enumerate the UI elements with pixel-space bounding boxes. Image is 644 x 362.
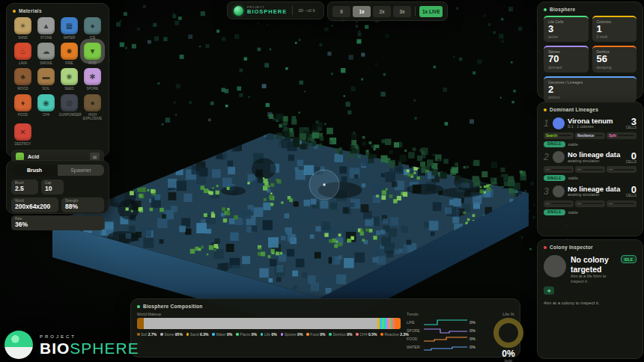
trends-title: Trends — [407, 312, 487, 316]
lineage-entry[interactable]: 3 No lineage data awaiting simulation 0 … — [538, 182, 643, 217]
material-wood-button[interactable]: ♣ WOOD — [11, 68, 34, 90]
speed-button[interactable]: 1x — [353, 6, 371, 17]
material-label: WATER — [64, 36, 76, 40]
stat-card-value: 70 — [548, 54, 584, 64]
speed-button[interactable]: 3x — [393, 6, 411, 17]
colony-inspector-panel: Colony Inspector No colony targeted Aim … — [537, 239, 643, 359]
biosphere-logo-icon — [4, 331, 33, 359]
speed-button[interactable]: 2x — [373, 6, 391, 17]
divider — [415, 7, 416, 16]
legend-label: Spores — [285, 332, 297, 337]
legend-label: Soil — [141, 332, 147, 337]
material-smoke-button[interactable]: ☁ SMOKE — [34, 43, 58, 65]
lineage-stat-label: — — [609, 168, 613, 171]
seed-leaf-icon: ❀ — [66, 73, 72, 81]
tool-tabs: BrushSpawner — [11, 165, 104, 176]
lineage-stat-label: — — [546, 168, 550, 171]
legend-item: Water 0% — [212, 332, 232, 337]
lineage-cells-label: CELLS — [626, 194, 637, 198]
material-label: HIGH EXPLOSIVE — [82, 113, 103, 120]
legend-item: Soil 2.7% — [137, 332, 157, 337]
lineage-stat-label: Search — [546, 134, 557, 138]
material-seed-button[interactable]: ❀ SEED — [58, 68, 81, 90]
stat-card-value: 2 — [548, 85, 632, 95]
material-label: FIRE — [65, 61, 73, 65]
version-label: 3D - v0.9 — [298, 8, 315, 13]
material-sand-button[interactable]: ✳ SAND — [11, 17, 34, 40]
legend-label: CH4 — [359, 332, 367, 337]
brand-pill: PROJECT BIOSPHERE 3D - v0.9 — [227, 1, 324, 19]
lineage-stat-label: Resilience — [577, 134, 594, 138]
legend-dot-icon — [160, 333, 163, 336]
lineage-stat-label: Split — [609, 134, 616, 138]
tool-field-value: 2.5 — [15, 185, 34, 192]
composition-header-dot-icon — [137, 305, 140, 308]
tool-tab[interactable]: Brush — [11, 165, 58, 176]
inspector-hint: Aim at a colony to inspect it. — [538, 295, 643, 305]
materials-header-dot-icon — [13, 10, 16, 13]
legend-item: Spores 0% — [281, 332, 303, 337]
trend-sparkline — [424, 335, 467, 343]
legend-dot-icon — [236, 333, 239, 336]
lineage-stat-label: — — [577, 202, 581, 206]
biosphere-cards: Life Cells 3 active Colonies 1 0 multi S… — [538, 14, 643, 107]
material-destroy-button[interactable]: ✕ DESTROY — [11, 123, 34, 146]
lineage-list: 1 Virona tenum S-1 · 1 colonies 3 CELLS … — [538, 114, 643, 217]
trend-label: SPORE — [407, 328, 422, 333]
life-donut-value: 0% — [502, 349, 514, 359]
lineage-rank: 3 — [544, 186, 550, 197]
tool-tab[interactable]: Spawner — [58, 165, 104, 176]
lineage-stat: — — [607, 200, 637, 207]
pause-button[interactable]: II — [332, 6, 350, 17]
legend-value: 0% — [297, 332, 303, 337]
material-spore-button[interactable]: ✱ SPORE — [81, 68, 104, 90]
fire-icon: ✹ — [66, 47, 72, 55]
trends-section: Trends LIFE 0% SPORE 0% FOOD 0% — [407, 311, 487, 362]
material-lava-button[interactable]: ♨ LAVA — [11, 43, 34, 65]
material-water-button[interactable]: ▦ WATER — [58, 17, 81, 40]
material-label: GUNPOWDER — [59, 113, 80, 117]
material-acid-button[interactable]: ▼ ACID — [81, 43, 104, 65]
legend-label: Reactive — [384, 332, 398, 337]
brand-orb-icon — [234, 6, 243, 16]
trend-row: FOOD 0% — [407, 334, 487, 343]
selected-material-name: Acid — [28, 154, 39, 159]
legend-value: 0% — [227, 332, 232, 337]
material-label: SEED — [64, 87, 73, 90]
legend-dot-icon — [356, 333, 359, 336]
material-stone-button[interactable]: ▲ STONE — [34, 17, 58, 40]
tool-field-value: 200x64x200 — [15, 203, 55, 210]
lineage-entry[interactable]: 1 Virona tenum S-1 · 1 colonies 3 CELLS … — [538, 114, 643, 149]
material-high-explosive-button[interactable]: ● HIGH EXPLOSIVE — [81, 94, 104, 120]
stat-card-sub: distinct — [548, 95, 632, 99]
food-icon: ♦ — [21, 99, 25, 107]
material-ch4-button[interactable]: ◉ CH4 — [34, 94, 58, 120]
material-soil-button[interactable]: ▬ SOIL — [34, 68, 58, 90]
trend-value: 0% — [470, 320, 476, 325]
legend-dot-icon — [186, 333, 189, 336]
lineage-stat: — — [544, 200, 574, 207]
stat-card-value: 3 — [548, 24, 584, 34]
material-fire-button[interactable]: ✹ FIRE — [58, 43, 81, 65]
material-food-button[interactable]: ♦ FOOD — [11, 94, 34, 120]
trend-row: SPORE 0% — [407, 326, 487, 334]
legend-label: Sand — [190, 332, 199, 337]
material-ice-button[interactable]: ● ICE — [81, 17, 104, 40]
material-gunpowder-button[interactable]: ◎ GUNPOWDER — [58, 94, 81, 120]
stat-card-value: 56 — [597, 54, 633, 64]
lineage-avatar — [553, 117, 565, 129]
legend-label: Detritus — [332, 332, 345, 337]
legend-dot-icon — [306, 333, 309, 336]
explosive-icon: ● — [90, 99, 94, 107]
wood-icon: ♣ — [20, 73, 25, 81]
lineage-entry[interactable]: 2 No lineage data awaiting simulation 0 … — [538, 149, 643, 183]
legend-item: Plants 0% — [236, 332, 257, 337]
footer-bio-text: BIO — [40, 340, 70, 357]
stat-card: Life Cells 3 active — [544, 16, 589, 42]
brand-name: BIOSPHERE — [247, 9, 287, 15]
legend-dot-icon — [380, 333, 383, 336]
legend-item: Sand 0.3% — [186, 332, 209, 337]
live-speed-button[interactable]: 1x LIVE — [419, 6, 443, 17]
acid-flask-icon: ▼ — [89, 47, 97, 55]
inspector-idle-badge: IDLE — [621, 255, 637, 263]
